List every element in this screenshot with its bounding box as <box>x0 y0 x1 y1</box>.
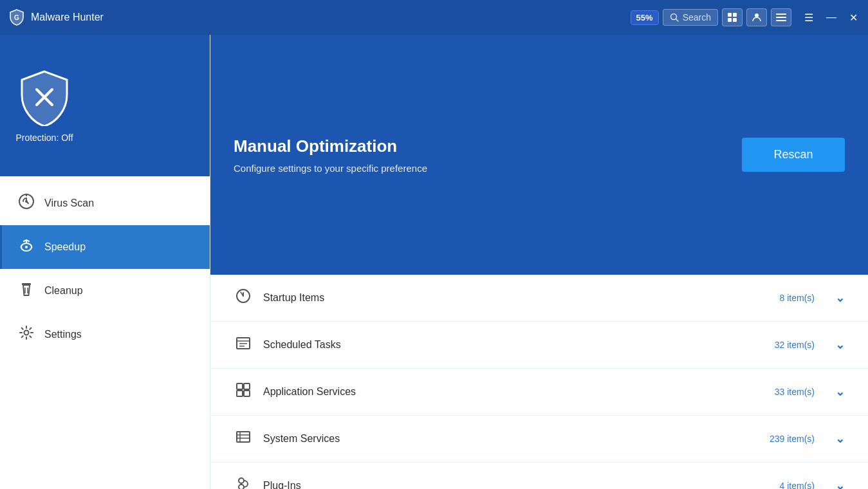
content-header: Manual Optimization Configure settings t… <box>210 35 868 275</box>
titlebar-controls: 55% Search <box>631 8 860 26</box>
content-header-text: Manual Optimization Configure settings t… <box>234 136 427 174</box>
plug-ins-count: 4 item(s) <box>780 481 815 489</box>
sidebar: Protection: Off Virus Scan <box>0 35 210 489</box>
app-name: Malware Hunter <box>31 12 104 23</box>
svg-rect-4 <box>733 13 737 17</box>
system-services-chevron[interactable]: ⌄ <box>835 432 845 446</box>
main-layout: Protection: Off Virus Scan <box>0 35 868 489</box>
shield-icon-wrap <box>15 68 73 126</box>
svg-point-17 <box>25 246 28 248</box>
svg-text:G: G <box>14 14 19 21</box>
virus-scan-icon <box>17 193 35 214</box>
speedup-icon <box>17 237 35 257</box>
svg-rect-10 <box>776 20 786 21</box>
grid-icon-btn[interactable] <box>722 8 743 26</box>
svg-rect-5 <box>728 18 732 22</box>
more-options-icon[interactable]: ☰ <box>802 10 816 25</box>
sidebar-item-speedup[interactable]: Speedup <box>0 225 210 269</box>
plug-ins-icon <box>234 475 253 489</box>
speedup-label: Speedup <box>44 241 86 253</box>
plug-ins-label: Plug-Ins <box>263 480 770 489</box>
svg-point-14 <box>25 200 28 203</box>
sidebar-item-virus-scan[interactable]: Virus Scan <box>0 181 210 225</box>
table-row[interactable]: Scheduled Tasks 32 item(s) ⌄ <box>210 322 868 369</box>
nav-section: Virus Scan Speedup <box>0 176 210 489</box>
shield-x-icon <box>15 68 73 126</box>
scheduled-tasks-label: Scheduled Tasks <box>263 339 764 351</box>
page-subtitle: Configure settings to your specific pref… <box>234 163 427 174</box>
user-icon <box>752 12 762 23</box>
search-label: Search <box>683 12 711 23</box>
svg-rect-3 <box>728 13 732 17</box>
svg-point-7 <box>755 14 759 17</box>
table-row[interactable]: System Services 239 item(s) ⌄ <box>210 416 868 463</box>
svg-rect-6 <box>733 18 737 22</box>
svg-rect-27 <box>237 383 243 389</box>
table-row[interactable]: Plug-Ins 4 item(s) ⌄ <box>210 463 868 489</box>
rescan-button[interactable]: Rescan <box>742 138 845 172</box>
hamburger-icon <box>776 14 786 21</box>
settings-icon <box>17 324 35 345</box>
cleanup-icon <box>17 281 35 301</box>
protection-label: Protection: Off <box>15 133 73 143</box>
startup-items-count: 8 item(s) <box>780 293 815 303</box>
scheduled-tasks-count: 32 item(s) <box>775 340 815 350</box>
table-row[interactable]: Application Services 33 item(s) ⌄ <box>210 369 868 416</box>
percent-badge: 55% <box>631 10 659 25</box>
cleanup-label: Cleanup <box>44 285 83 297</box>
search-box[interactable]: Search <box>663 9 718 26</box>
plug-ins-chevron[interactable]: ⌄ <box>835 479 845 489</box>
close-button[interactable]: ✕ <box>847 10 860 25</box>
svg-point-21 <box>24 331 29 335</box>
minimize-button[interactable]: — <box>824 10 839 24</box>
settings-label: Settings <box>44 329 82 340</box>
sidebar-item-cleanup[interactable]: Cleanup <box>0 269 210 313</box>
svg-rect-9 <box>776 17 786 18</box>
table-row[interactable]: Startup Items 8 item(s) ⌄ <box>210 275 868 322</box>
scheduled-tasks-chevron[interactable]: ⌄ <box>835 338 845 352</box>
svg-rect-31 <box>237 432 250 442</box>
svg-rect-8 <box>776 14 786 15</box>
svg-point-36 <box>239 478 244 483</box>
svg-point-35 <box>239 484 244 489</box>
svg-line-2 <box>676 19 678 22</box>
menu-icon-btn[interactable] <box>771 8 791 26</box>
app-logo-icon: G <box>8 8 26 26</box>
startup-items-icon <box>234 288 253 308</box>
window-controls: ☰ — ✕ <box>802 10 860 25</box>
app-logo: G Malware Hunter <box>8 8 631 26</box>
search-icon <box>670 13 679 22</box>
scheduled-tasks-icon <box>234 335 253 355</box>
title-bar: G Malware Hunter 55% Search <box>0 0 868 35</box>
content-area: Startup Items 8 item(s) ⌄ Schedule <box>210 275 868 489</box>
hero-sidebar: Protection: Off <box>0 35 210 176</box>
user-icon-btn[interactable] <box>746 8 767 26</box>
application-services-count: 33 item(s) <box>775 387 815 397</box>
system-services-count: 239 item(s) <box>770 434 815 444</box>
application-services-chevron[interactable]: ⌄ <box>835 385 845 399</box>
startup-items-label: Startup Items <box>263 292 770 304</box>
application-services-icon <box>234 382 253 402</box>
sidebar-item-settings[interactable]: Settings <box>0 313 210 356</box>
hero-left: Protection: Off <box>15 68 73 143</box>
svg-rect-29 <box>237 391 243 396</box>
startup-items-chevron[interactable]: ⌄ <box>835 291 845 305</box>
page-title: Manual Optimization <box>234 136 427 156</box>
application-services-label: Application Services <box>263 386 764 398</box>
system-services-icon <box>234 429 253 449</box>
system-services-label: System Services <box>263 433 759 445</box>
grid-icon <box>727 12 737 23</box>
items-list: Startup Items 8 item(s) ⌄ Schedule <box>210 275 868 489</box>
svg-rect-30 <box>244 391 250 396</box>
svg-rect-28 <box>244 383 250 389</box>
virus-scan-label: Virus Scan <box>44 198 94 209</box>
